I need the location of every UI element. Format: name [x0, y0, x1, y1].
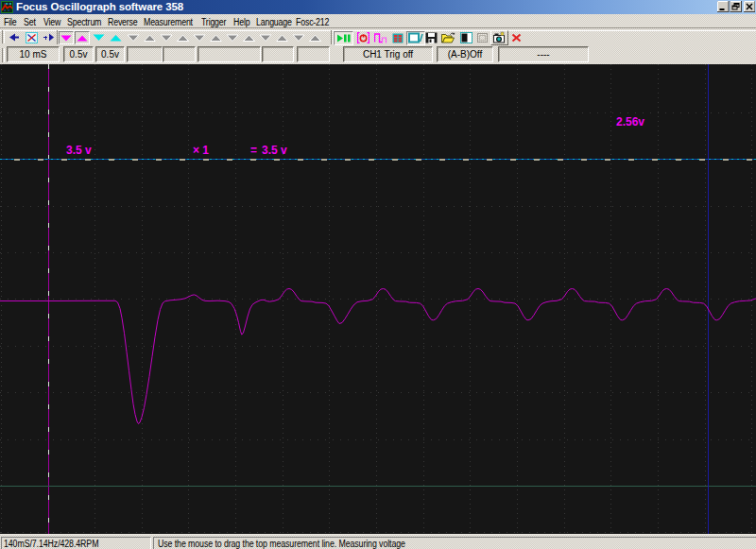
svg-text:× 1: × 1 [193, 144, 209, 157]
svg-text:2.56v: 2.56v [616, 115, 644, 129]
svg-text:3.5 v: 3.5 v [66, 144, 92, 157]
svg-text:3.5 v: 3.5 v [262, 144, 287, 157]
svg-text:=: = [250, 144, 257, 157]
